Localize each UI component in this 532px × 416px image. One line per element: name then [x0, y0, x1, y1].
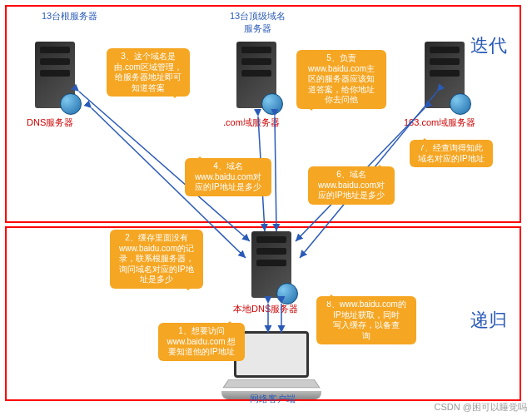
iterative-title: 迭代 — [470, 33, 507, 58]
globe-icon — [276, 283, 298, 305]
local-dns-label: 本地DNS服务器 — [233, 303, 298, 315]
globe-icon — [450, 93, 471, 115]
bubble-4: 4、域名 www.baidu.com对 应的IP地址是多少 — [185, 158, 271, 196]
163-server — [425, 42, 465, 108]
bubble-2: 2、缓存里面没有 www.baidu.com的记 录，联系根服务器， 询问域名对… — [110, 230, 203, 289]
root-dns-server — [35, 42, 75, 108]
bubble-1: 1、想要访问 www.baidu.com 想 要知道他的IP地址 — [158, 323, 245, 361]
bubble-6: 6、域名 www.baidu.com对 应的IP地址是多少 — [308, 166, 395, 205]
recursive-title: 递归 — [470, 308, 507, 333]
local-dns-server — [251, 231, 291, 298]
client-label: 网络客户端 — [250, 393, 296, 405]
globe-icon — [261, 93, 283, 115]
bubble-8: 8、www.baidu.com的 IP地址获取，同时 写入缓存，以备查 询 — [316, 296, 416, 344]
bubble-5: 5、负责 www.baidu.com主 区的服务器应该知 道答案，给你地址 你去… — [296, 50, 386, 109]
globe-icon — [60, 93, 82, 115]
tld-count-label: 13台顶级域名 服务器 — [230, 10, 286, 35]
bubble-3: 3、这个域名是 由.com区域管理， 给服务器地址即可 知道答案 — [107, 48, 190, 97]
watermark: CSDN @困可以睡觉吗 — [435, 401, 527, 414]
bubble-7: 7、经查询得知此 域名对应的IP地址 — [410, 140, 493, 167]
root-dns-label: DNS服务器 — [27, 116, 73, 129]
com-server — [236, 42, 276, 108]
163-server-label: 163.com域服务器 — [404, 116, 475, 129]
com-server-label: .com域服务器 — [223, 116, 280, 129]
root-count-label: 13台根服务器 — [42, 10, 97, 22]
